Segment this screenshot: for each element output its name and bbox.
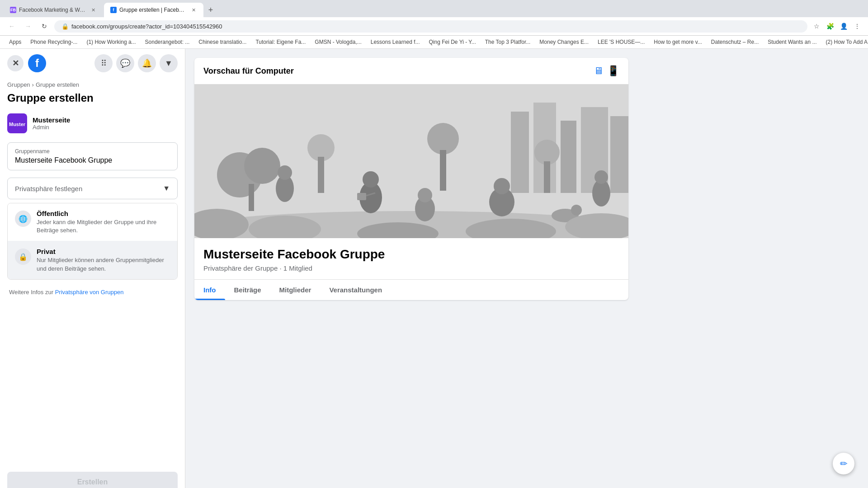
svg-point-25 [571,205,582,216]
bookmark14-label: Student Wants an ... [768,39,816,45]
bookmark-14[interactable]: Student Wants an ... [764,38,820,47]
profile-icon[interactable]: 👤 [838,21,849,32]
bookmarks-bar: Apps Phone Recycling-... (1) How Working… [0,36,868,49]
forward-icon: → [25,23,31,30]
privacy-dropdown[interactable]: Privatsphäre festlegen ▼ [7,178,178,199]
breadcrumb-groups-link[interactable]: Gruppen [7,81,30,88]
extension-icon[interactable]: 🧩 [825,21,835,32]
dropdown-arrow-icon: ▼ [163,184,170,192]
apps-icon[interactable]: ⠿ [94,54,113,72]
bookmark-15[interactable]: (2) How To Add A... [822,38,868,47]
privacy-option-private[interactable]: 🔒 Privat Nur Mitglieder können andere Gr… [8,241,177,279]
group-name-input[interactable] [15,156,170,164]
close-button[interactable]: ✕ [7,55,24,71]
svg-rect-13 [318,157,324,193]
private-icon: 🔒 [15,249,31,265]
back-button[interactable]: ← [5,20,18,33]
bookmark7-label: Lessons Learned f... [371,39,420,45]
back-icon: ← [9,23,15,30]
forward-button[interactable]: → [22,20,34,33]
bookmark15-label: (2) How To Add A... [826,39,868,45]
create-button[interactable]: Erstellen [7,472,178,488]
tab-info-label: Info [203,286,216,294]
svg-point-28 [534,140,560,165]
privacy-option-public[interactable]: 🌐 Öffentlich Jeder kann die Mitglieder d… [8,203,177,241]
group-name-label: Gruppenname [15,148,170,155]
bookmark-10[interactable]: Money Changes E... [536,38,592,47]
tab1-favicon: FB [10,7,16,13]
bookmark2-label: (1) How Working a... [86,39,136,45]
bookmark-1[interactable]: Phone Recycling-... [27,38,81,47]
mobile-icon[interactable]: 📱 [607,65,619,77]
svg-point-23 [494,178,510,194]
tab2-title: Gruppe erstellen | Facebook [119,7,187,13]
device-toggle: 🖥 📱 [594,65,619,77]
refresh-button[interactable]: ↻ [38,20,51,33]
privacy-link-row: Weitere Infos zur Privatsphäre von Grupp… [7,285,178,303]
browser-chrome: FB Facebook Marketing & Werb... ✕ f Grup… [0,0,868,49]
svg-point-15 [278,165,292,180]
svg-rect-7 [610,116,628,193]
new-tab-button[interactable]: + [204,4,217,16]
refresh-icon: ↻ [42,23,47,30]
tab2-close[interactable]: ✕ [190,6,197,14]
private-option-desc: Nur Mitglieder können andere Gruppenmitg… [37,256,170,272]
bookmark-12[interactable]: How to get more v... [650,38,705,47]
preview-group-name: Musterseite Facebook Gruppe [203,247,619,262]
tab-mitglieder[interactable]: Mitglieder [270,280,321,300]
bookmark10-label: Money Changes E... [539,39,589,45]
bookmark-9[interactable]: The Top 3 Platfor... [481,38,534,47]
tab-beitraege[interactable]: Beiträge [225,280,270,300]
tab-info[interactable]: Info [194,280,225,300]
address-bar[interactable]: 🔒 facebook.com/groups/create?actor_id=10… [54,20,807,33]
svg-rect-5 [561,121,576,193]
private-option-content: Privat Nur Mitglieder können andere Grup… [37,248,170,272]
messenger-icon[interactable]: 💬 [116,54,134,72]
svg-point-10 [244,148,280,184]
cover-illustration [194,84,628,238]
bookmark-4[interactable]: Chinese translatio... [195,38,250,47]
bookmark-5[interactable]: Tutorial: Eigene Fa... [252,38,309,47]
edit-icon: ✏ [840,458,848,469]
bookmark-7[interactable]: Lessons Learned f... [367,38,424,47]
bookmark6-label: GMSN - Vologda,... [315,39,361,45]
bookmark5-label: Tutorial: Eigene Fa... [255,39,306,45]
menu-icon[interactable]: ⋮ [852,21,863,32]
tab-veranstaltungen[interactable]: Veranstaltungen [320,280,391,300]
tab2-favicon: f [110,7,117,13]
svg-point-18 [427,123,459,155]
apps-label: Apps [9,39,21,45]
desktop-icon[interactable]: 🖥 [594,65,604,77]
svg-point-21 [418,188,432,202]
admin-section: Muster Musterseite Admin [7,113,178,133]
preview-title: Vorschau für Computer [203,66,294,76]
star-icon[interactable]: ☆ [811,21,822,32]
lock-icon: 🔒 [61,23,69,30]
bookmark-11[interactable]: LEE 'S HOUSE—... [594,38,648,47]
bookmark-8[interactable]: Qing Fei De Yi - Y... [425,38,479,47]
bookmark-apps[interactable]: Apps [5,38,25,47]
bookmark12-label: How to get more v... [654,39,702,45]
bookmark-13[interactable]: Datenschutz – Re... [708,38,762,47]
edit-fab-button[interactable]: ✏ [833,453,854,474]
breadcrumb-current: Gruppe erstellen [36,81,79,88]
bookmark13-label: Datenschutz – Re... [711,39,759,45]
svg-point-27 [594,170,608,184]
admin-name: Musterseite [33,116,70,124]
tab1-close[interactable]: ✕ [90,6,97,14]
privacy-link[interactable]: Privatsphäre von Gruppen [55,289,124,296]
bookmark-6[interactable]: GMSN - Vologda,... [311,38,365,47]
bookmark3-label: Sonderangebot: ... [145,39,190,45]
notifications-icon[interactable]: 🔔 [138,54,156,72]
tab-1[interactable]: FB Facebook Marketing & Werb... ✕ [4,3,103,17]
tab-2[interactable]: f Gruppe erstellen | Facebook ✕ [104,3,203,17]
admin-info: Musterseite Admin [33,116,70,131]
account-icon[interactable]: ▼ [160,54,178,72]
preview-header: Vorschau für Computer 🖥 📱 [194,58,628,84]
public-option-desc: Jeder kann die Mitglieder der Gruppe und… [37,218,170,235]
bookmark-2[interactable]: (1) How Working a... [83,38,139,47]
group-name-field: Gruppenname [7,142,178,170]
facebook-logo: f [28,54,46,72]
bookmark-3[interactable]: Sonderangebot: ... [142,38,193,47]
svg-rect-35 [357,193,366,200]
